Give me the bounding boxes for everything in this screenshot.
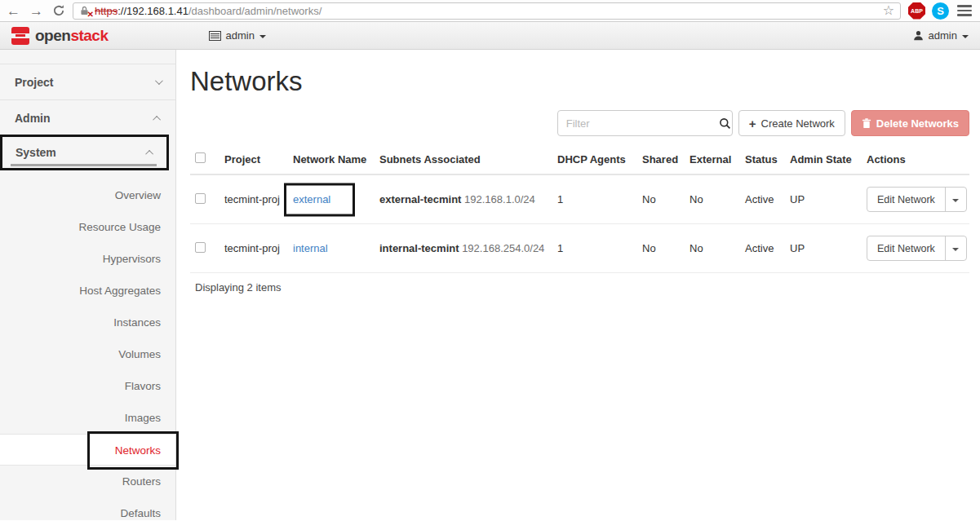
chevron-up-icon <box>145 149 153 157</box>
trash-icon <box>862 118 871 129</box>
project-selector-label: admin <box>226 29 255 42</box>
edit-network-split-button: Edit Network <box>867 236 967 261</box>
cell-project: tecmint-proj <box>220 174 288 224</box>
cell-admin-state: UP <box>785 174 862 224</box>
search-icon[interactable] <box>718 117 732 130</box>
back-icon[interactable]: ← <box>7 4 20 18</box>
col-header-actions: Actions <box>862 144 969 174</box>
cell-dhcp-agents: 1 <box>552 224 637 273</box>
chevron-up-icon <box>153 115 161 123</box>
sidebar: Project Admin System Overview Resource U… <box>0 50 176 520</box>
col-header-project[interactable]: Project <box>220 144 288 174</box>
row-checkbox[interactable] <box>195 193 206 204</box>
sidebar-section-admin-label: Admin <box>15 112 51 125</box>
cell-shared: No <box>637 224 685 273</box>
sidebar-item-resource-usage[interactable]: Resource Usage <box>0 211 175 243</box>
filter-input[interactable] <box>558 117 718 130</box>
chevron-down-icon <box>962 35 969 38</box>
col-header-admin-state[interactable]: Admin State <box>785 144 862 174</box>
cell-project: tecmint-proj <box>220 224 288 273</box>
col-header-subnets[interactable]: Subnets Associated <box>375 144 552 174</box>
user-icon <box>913 30 924 41</box>
chevron-down-icon <box>259 35 266 38</box>
delete-networks-button[interactable]: Delete Networks <box>851 110 969 136</box>
row-checkbox[interactable] <box>195 242 206 253</box>
cell-subnets: external-tecmint 192.168.1.0/24 <box>375 174 552 224</box>
table-row: tecmint-proj external external-tecmint 1… <box>190 174 969 224</box>
edit-network-button[interactable]: Edit Network <box>867 236 945 260</box>
cell-shared: No <box>637 174 685 224</box>
networks-table: Project Network Name Subnets Associated … <box>190 144 969 273</box>
col-header-dhcp-agents[interactable]: DHCP Agents <box>552 144 637 174</box>
cell-admin-state: UP <box>785 224 862 273</box>
browser-toolbar: ← → ✕ https://192.168.1.41/dashboard/adm… <box>0 0 980 22</box>
app-header: openstack admin admin <box>0 22 980 50</box>
cell-subnets: internal-tecmint 192.168.254.0/24 <box>375 224 552 273</box>
delete-networks-label: Delete Networks <box>876 117 959 130</box>
plus-icon: + <box>749 117 756 130</box>
brand-open: open <box>35 27 70 44</box>
col-header-external[interactable]: External <box>685 144 740 174</box>
table-header-row: Project Network Name Subnets Associated … <box>190 144 969 174</box>
select-all-checkbox[interactable] <box>195 152 206 163</box>
col-header-shared[interactable]: Shared <box>637 144 685 174</box>
cell-dhcp-agents: 1 <box>552 174 637 224</box>
sidebar-section-system-label: System <box>16 146 56 159</box>
sidebar-item-hypervisors[interactable]: Hypervisors <box>0 243 175 275</box>
table-footer-count: Displaying 2 items <box>190 273 969 294</box>
openstack-logo-icon <box>11 27 29 45</box>
broken-ssl-lock-icon[interactable]: ✕ <box>79 5 91 16</box>
cell-external: No <box>685 174 740 224</box>
table-row: tecmint-proj internal internal-tecmint 1… <box>190 224 969 273</box>
sidebar-item-routers[interactable]: Routers <box>0 466 175 497</box>
openstack-brand[interactable]: openstack <box>11 27 109 45</box>
sidebar-section-admin[interactable]: Admin <box>0 100 175 136</box>
sidebar-top-strip <box>0 50 175 64</box>
filter-group <box>557 110 733 136</box>
cell-status: Active <box>740 224 785 273</box>
row-actions-dropdown[interactable] <box>945 188 966 211</box>
main-content: Networks + Create Network <box>176 50 980 520</box>
reload-icon[interactable] <box>52 4 65 17</box>
edit-network-split-button: Edit Network <box>867 187 967 212</box>
sidebar-item-flavors[interactable]: Flavors <box>0 370 175 402</box>
list-icon <box>209 31 221 41</box>
adblock-extension-icon[interactable]: ABP <box>908 2 925 20</box>
browser-menu-icon[interactable] <box>957 5 972 16</box>
sidebar-item-instances[interactable]: Instances <box>0 307 175 338</box>
cell-status: Active <box>740 174 785 224</box>
row-actions-dropdown[interactable] <box>945 236 966 260</box>
network-link-internal[interactable]: internal <box>293 242 328 254</box>
bookmark-star-icon[interactable]: ☆ <box>883 4 894 17</box>
sidebar-item-overview[interactable]: Overview <box>0 179 175 211</box>
sidebar-item-networks[interactable]: Networks <box>0 434 175 466</box>
user-menu-label: admin <box>929 29 957 42</box>
sidebar-item-images[interactable]: Images <box>0 402 175 434</box>
col-header-network-name[interactable]: Network Name <box>288 144 375 174</box>
network-link-external[interactable]: external <box>293 193 330 205</box>
sidebar-item-host-aggregates[interactable]: Host Aggregates <box>0 275 175 307</box>
url-text[interactable]: https://192.168.1.41/dashboard/admin/net… <box>95 5 321 17</box>
col-header-status[interactable]: Status <box>740 144 785 174</box>
create-network-button[interactable]: + Create Network <box>738 110 845 136</box>
cell-external: No <box>685 224 740 273</box>
url-host: ://192.168.1.41 <box>118 5 188 17</box>
sidebar-section-system annotation-box-system[interactable]: System <box>0 135 169 170</box>
system-active-underline <box>11 164 157 166</box>
sidebar-item-defaults[interactable]: Defaults <box>0 497 175 521</box>
sidebar-nav-list: Overview Resource Usage Hypervisors Host… <box>0 179 175 521</box>
create-network-label: Create Network <box>761 117 835 130</box>
project-selector-dropdown[interactable]: admin <box>209 29 266 42</box>
sidebar-section-project-label: Project <box>15 76 53 89</box>
user-menu-dropdown[interactable]: admin <box>913 29 969 42</box>
forward-icon[interactable]: → <box>29 4 43 18</box>
address-bar[interactable]: ✕ https://192.168.1.41/dashboard/admin/n… <box>73 2 901 20</box>
table-toolbar: + Create Network Delete Networks <box>190 110 969 136</box>
sidebar-section-project[interactable]: Project <box>0 64 175 100</box>
skype-extension-icon[interactable]: S <box>932 2 949 20</box>
url-scheme: https <box>95 5 118 17</box>
url-path: /dashboard/admin/networks/ <box>188 5 321 17</box>
edit-network-button[interactable]: Edit Network <box>867 188 945 211</box>
sidebar-item-volumes[interactable]: Volumes <box>0 338 175 370</box>
chevron-down-icon <box>952 248 959 251</box>
